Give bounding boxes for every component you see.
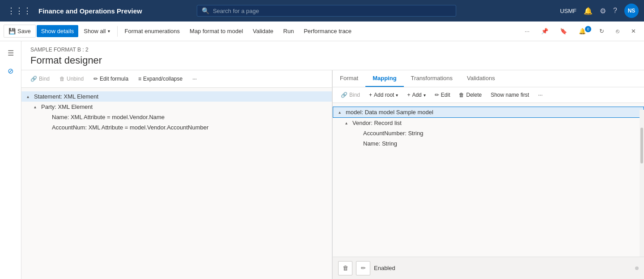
tree-row[interactable]: ▴ Vendor: Record list: [333, 118, 644, 128]
tree-label: model: Data model Sample model: [346, 109, 433, 116]
add-button[interactable]: + Add ▾: [403, 90, 429, 100]
search-input[interactable]: [213, 8, 451, 14]
expand-collapse-button[interactable]: ≡ Expand/collapse: [135, 74, 186, 84]
link-icon: 🔗: [30, 76, 37, 82]
refresh-button[interactable]: ↻: [595, 25, 609, 37]
tab-format[interactable]: Format: [333, 70, 365, 87]
pencil-icon: ✏: [435, 92, 439, 98]
status-dot: [635, 266, 639, 270]
bind-button[interactable]: 🔗 Bind: [27, 74, 53, 84]
main-area: ☰ ⊘ SAMPLE FORMAT B : 2 Format designer …: [0, 41, 644, 279]
help-icon[interactable]: ?: [613, 7, 617, 15]
toolbar-bookmark-button[interactable]: 🔖: [555, 25, 572, 37]
scrollbar-thumb[interactable]: [640, 128, 643, 163]
right-delete-button[interactable]: 🗑 Delete: [455, 90, 485, 100]
add-root-button[interactable]: + Add root ▾: [365, 90, 402, 100]
toolbar-right-actions: ··· 📌 🔖 🔔0 ↻ ⎋ ✕: [520, 25, 640, 37]
content-area: SAMPLE FORMAT B : 2 Format designer 🔗 Bi…: [21, 41, 644, 279]
notification-count: 0: [585, 26, 591, 32]
notification-icon[interactable]: 🔔: [584, 7, 593, 15]
left-toolbar: 🔗 Bind 🗑 Unbind ✏ Edit formula ≡ Expand/…: [21, 70, 332, 88]
tree-row[interactable]: AccountNumber: String: [333, 128, 644, 138]
bottom-edit-button[interactable]: ✏: [356, 261, 370, 275]
show-details-button[interactable]: Show details: [37, 25, 79, 37]
tab-transformations[interactable]: Transformations: [404, 70, 460, 87]
format-enumerations-button[interactable]: Format enumerations: [120, 25, 185, 37]
show-name-first-button[interactable]: Show name first: [487, 90, 533, 100]
app-title: Finance and Operations Preview: [38, 7, 142, 15]
map-format-to-model-button[interactable]: Map format to model: [185, 25, 247, 37]
run-button[interactable]: Run: [279, 25, 298, 37]
region-label: USMF: [560, 8, 576, 14]
tree-arrow: ▴: [345, 120, 351, 125]
right-panel: Format Mapping Transformations Validatio…: [333, 70, 644, 279]
tree-arrow: ▴: [339, 110, 344, 115]
search-icon: 🔍: [202, 7, 209, 14]
toolbar-sep-1: [117, 26, 118, 37]
page-title: Format designer: [30, 55, 635, 66]
tree-label: Statement: XML Element: [34, 93, 98, 100]
right-toolbar: 🔗 Bind + Add root ▾ + Add ▾ ✏: [333, 87, 644, 103]
unbind-button[interactable]: 🗑 Unbind: [56, 74, 87, 84]
close-button[interactable]: ✕: [627, 25, 640, 37]
left-tree: ▴ Statement: XML Element ▴ Party: XML El…: [21, 88, 332, 279]
trash-icon: 🗑: [343, 265, 348, 271]
right-scrollbar[interactable]: [640, 110, 644, 257]
tree-row[interactable]: Name: String: [333, 138, 644, 149]
designer-area: 🔗 Bind 🗑 Unbind ✏ Edit formula ≡ Expand/…: [21, 70, 644, 279]
tree-row[interactable]: ▴ Statement: XML Element: [21, 91, 332, 102]
notification-badge-button[interactable]: 🔔0: [574, 25, 592, 37]
main-toolbar: 💾 Save Show details Show all ▾ Format en…: [0, 21, 644, 41]
save-button[interactable]: 💾 Save: [4, 25, 36, 38]
tree-row[interactable]: AccountNum: XML Attribute = model.Vendor…: [21, 122, 332, 133]
tab-validations[interactable]: Validations: [460, 70, 502, 87]
avatar[interactable]: NS: [624, 4, 639, 18]
left-toolbar-more-button[interactable]: ···: [189, 74, 200, 84]
right-edit-button[interactable]: ✏ Edit: [431, 90, 454, 100]
tree-arrow: ▴: [34, 104, 39, 109]
tree-arrow: ▴: [27, 94, 32, 99]
plus-icon: +: [407, 92, 410, 98]
save-icon: 💾: [8, 28, 16, 34]
sidebar-menu-icon[interactable]: ☰: [3, 45, 19, 61]
right-bind-button[interactable]: 🔗 Bind: [337, 90, 364, 100]
tree-row[interactable]: ▴ model: Data model Sample model: [333, 107, 644, 118]
waffle-icon[interactable]: ⋮⋮⋮: [5, 4, 33, 17]
topbar-right: USMF 🔔 ⚙ ? NS: [560, 4, 639, 18]
performance-trace-button[interactable]: Performance trace: [299, 25, 356, 37]
tree-label: Name: XML Attribute = model.Vendor.Name: [52, 114, 165, 120]
right-tree: ▴ model: Data model Sample model ▴ Vendo…: [333, 103, 644, 279]
edit-formula-button[interactable]: ✏ Edit formula: [90, 74, 132, 84]
dropdown-icon: ▾: [396, 93, 398, 98]
right-toolbar-more-button[interactable]: ···: [534, 90, 546, 100]
tab-mapping[interactable]: Mapping: [365, 70, 403, 87]
show-all-dropdown-icon: ▾: [108, 29, 110, 34]
toolbar-pinboard-button[interactable]: 📌: [537, 25, 553, 37]
sidebar-icons: ☰ ⊘: [0, 41, 21, 279]
search-bar[interactable]: 🔍: [197, 5, 456, 17]
list-icon: ≡: [138, 76, 141, 82]
show-all-button[interactable]: Show all ▾: [79, 25, 114, 37]
tree-row[interactable]: Name: XML Attribute = model.Vendor.Name: [21, 112, 332, 122]
validate-button[interactable]: Validate: [248, 25, 278, 37]
bottom-status: Enabled: [374, 265, 395, 271]
tree-label: AccountNumber: String: [363, 130, 423, 137]
breadcrumb: SAMPLE FORMAT B : 2: [30, 47, 635, 53]
tree-row[interactable]: ▴ Party: XML Element: [21, 102, 332, 112]
dropdown-icon: ▾: [424, 93, 426, 98]
tree-label: Name: String: [363, 140, 397, 147]
right-tabs: Format Mapping Transformations Validatio…: [333, 70, 644, 87]
sidebar-filter-icon[interactable]: ⊘: [3, 63, 19, 79]
link-icon: 🔗: [341, 92, 347, 98]
bottom-delete-button[interactable]: 🗑: [338, 261, 352, 275]
tree-label: Vendor: Record list: [352, 120, 402, 126]
topbar: ⋮⋮⋮ Finance and Operations Preview 🔍 USM…: [0, 0, 644, 21]
detach-button[interactable]: ⎋: [611, 25, 624, 37]
pencil-icon: ✏: [93, 76, 98, 82]
tree-label: AccountNum: XML Attribute = model.Vendor…: [52, 124, 208, 131]
tree-label: Party: XML Element: [41, 103, 93, 110]
plus-icon: +: [369, 92, 372, 98]
bottom-bar: 🗑 ✏ Enabled: [333, 257, 644, 279]
toolbar-more-button[interactable]: ···: [520, 25, 534, 37]
settings-icon[interactable]: ⚙: [600, 7, 606, 15]
